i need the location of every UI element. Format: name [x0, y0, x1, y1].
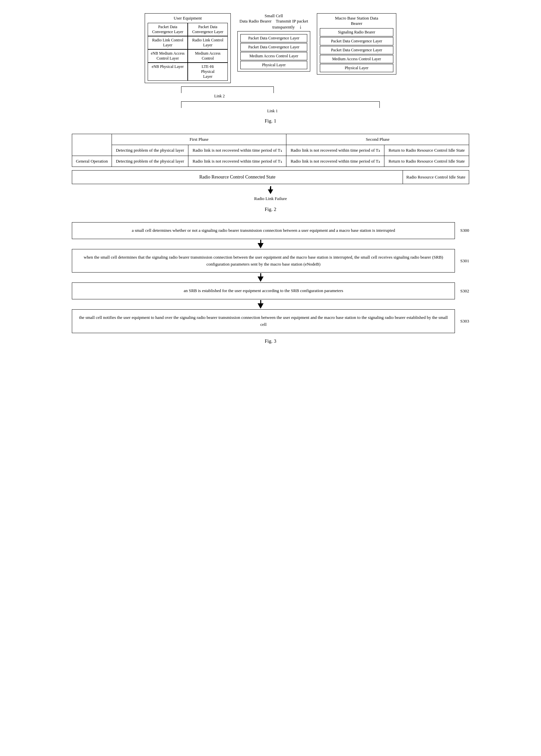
ue-title: User Equipment	[148, 16, 228, 21]
fig3-step-s302: an SRB is established for the user equip…	[72, 283, 469, 299]
fig2-table: First Phase Second Phase Detecting probl…	[72, 134, 469, 167]
fig3-step-s300: a small cell determines whether or not a…	[72, 222, 469, 239]
macro-bearer-label: Bearer	[351, 21, 362, 26]
fig3-s300-label: S300	[460, 228, 469, 233]
sc-mac: Medium Access Control Layer	[241, 52, 307, 60]
sc-pdcp2: Packet Data Convergence Layer	[241, 43, 307, 51]
fig3-s300-box: a small cell determines whether or not a…	[72, 222, 455, 239]
fig2-section: First Phase Second Phase Detecting probl…	[20, 134, 521, 212]
macro-title: Macro Base Station Data Bearer	[320, 16, 393, 26]
fig3-arrow3-head	[258, 303, 264, 309]
fig3-arrow1-head	[258, 243, 264, 248]
fig3-s302-label: S302	[460, 289, 469, 294]
fig2-col5: Return to Radio Resource Control Idle St…	[384, 145, 469, 156]
ue-ltehi-phy: LTE-HiPhysicalLayer	[188, 63, 228, 81]
fig2-col4: Radio link is not recovered within time …	[286, 145, 384, 156]
ue-enb-pdcp: Packet Data Convergence Layer	[148, 23, 188, 36]
links-section: Link 2 Link 1	[122, 86, 419, 113]
fig2-data-row: General Operation Detecting problem of t…	[72, 156, 469, 167]
fig3-section: a small cell determines whether or not a…	[20, 222, 521, 344]
fig2-subheader-row: Detecting problem of the physical layer …	[72, 145, 469, 156]
ue-enb-phy: eNB Physical Layer	[148, 63, 188, 81]
sc-phy: Physical Layer	[241, 61, 307, 69]
fig2-first-phase-header: First Phase	[112, 134, 286, 145]
fig3-arrow1-spacer	[449, 240, 469, 248]
small-cell-wrapper: Small Cell Data Radio Bearer Transmit IP…	[238, 13, 310, 72]
fig2-arrow-shaft-wrapper	[268, 186, 273, 195]
fig2-general-op-cell: General Operation	[72, 156, 112, 167]
fig3-s302-box: an SRB is established for the user equip…	[72, 283, 455, 299]
fig3-s301-box: when the small cell determines that the …	[72, 249, 455, 273]
fig3-arrow3-shaft	[260, 300, 261, 303]
macro-pdcp2: Packet Data Convergence Layer	[320, 46, 393, 54]
fig2-header-row: First Phase Second Phase	[72, 134, 469, 145]
transmit-label: Transmit IP packet	[276, 19, 308, 24]
fig2-caption: Fig. 2	[20, 207, 521, 212]
fig1-caption: Fig. 1	[20, 118, 521, 124]
rrc-connected-label: Radio Resource Control Connected State	[72, 170, 403, 184]
small-cell-header: Small Cell Data Radio Bearer Transmit IP…	[240, 13, 308, 30]
fig2-arrow-down	[268, 189, 273, 194]
fig3-arrow3	[72, 300, 469, 309]
fig2-second-phase-header: Second Phase	[286, 134, 469, 145]
fig2-t2-cell: Radio link is not recovered within time …	[286, 156, 384, 167]
fig3-arrow2-spacer	[449, 273, 469, 282]
small-cell-title: Small Cell	[265, 13, 283, 18]
fig2-arrow-row	[72, 186, 469, 195]
fig2-col2: Detecting problem of the physical layer	[112, 145, 189, 156]
fig3-arrow2	[72, 273, 469, 282]
fig3-caption: Fig. 3	[20, 339, 521, 344]
ue-ltehi-rlc: Radio Link Control Layer	[188, 36, 228, 49]
drb-label: Data Radio Bearer	[240, 19, 271, 24]
fig3-s303-box: the small cell notifies the user equipme…	[72, 309, 455, 333]
ue-pdcp-row: Packet Data Convergence Layer Packet Dat…	[148, 23, 228, 36]
link2-label: Link 2	[214, 94, 225, 99]
ue-phy-row: eNB Physical Layer LTE-HiPhysicalLayer	[148, 63, 228, 81]
macro-phy: Physical Layer	[320, 64, 393, 72]
fig3-arrow2-head	[258, 277, 264, 282]
transparently-label: transparently	[272, 25, 295, 29]
fig3-arrow2-shaft	[260, 273, 261, 277]
fig1-diagram: User Equipment Packet Data Convergence L…	[20, 13, 521, 83]
fig3-arrow3-inner	[72, 300, 449, 309]
fig3-arrow1	[72, 240, 469, 248]
ue-mac-row: eNB Medium Access Control Layer Medium A…	[148, 49, 228, 63]
fig3-arrow1-shaft	[260, 240, 261, 243]
fig3-arrow2-inner	[72, 273, 449, 282]
ue-enb-rlc: Radio Link Control Layer	[148, 36, 188, 49]
fig2-t1-cell: Radio link is not recovered within time …	[189, 156, 286, 167]
sc-pdcp1: Packet Data Convergence Layer	[241, 34, 307, 42]
rrc-idle-label: Radio Resource Control Idle State	[403, 170, 469, 184]
fig3-step-s303: the small cell notifies the user equipme…	[72, 309, 469, 333]
link1-label: Link 1	[267, 109, 278, 114]
fig2-failure-label: Radio Link Failure	[72, 196, 469, 201]
fig2-bottom-row: Radio Resource Control Connected State R…	[72, 170, 469, 184]
link1-bar	[181, 101, 380, 108]
fig3-step-s301: when the small cell determines that the …	[72, 249, 469, 273]
fig2-general-op-header	[72, 134, 112, 156]
ue-ltehi-mac: Medium AccessControl	[188, 49, 228, 63]
fig1-section: User Equipment Packet Data Convergence L…	[20, 13, 521, 124]
fig3-diagram: a small cell determines whether or not a…	[72, 222, 469, 333]
ue-ltehi-pdcp: Packet Data Convergence Layer	[188, 23, 228, 36]
ue-rlc-row: Radio Link Control Layer Radio Link Cont…	[148, 36, 228, 49]
fig2-wrapper: First Phase Second Phase Detecting probl…	[72, 134, 469, 201]
fig2-return-cell: Return to Radio Resource Control Idle St…	[384, 156, 469, 167]
macro-pdcp1: Packet Data Convergence Layer	[320, 37, 393, 45]
macro-mac: Medium Access Control Layer	[320, 55, 393, 63]
fig2-col3: Radio link is not recovered within time …	[189, 145, 286, 156]
fig2-detecting-cell: Detecting problem of the physical layer	[112, 156, 189, 167]
macro-srb: Signaling Radio Bearer	[320, 28, 393, 36]
ue-box: User Equipment Packet Data Convergence L…	[145, 13, 231, 83]
fig3-arrow3-spacer	[449, 300, 469, 309]
small-cell-box: Packet Data Convergence Layer Packet Dat…	[238, 31, 310, 72]
fig2-table-wrapper: First Phase Second Phase Detecting probl…	[72, 134, 469, 167]
fig3-s303-label: S303	[460, 319, 469, 324]
ue-enb-mac: eNB Medium Access Control Layer	[148, 49, 188, 63]
fig3-s301-label: S301	[460, 258, 469, 264]
fig3-arrow1-inner	[72, 240, 449, 248]
arrow-down-small-cell: ↓	[299, 24, 302, 29]
link2-bar	[181, 86, 274, 93]
macro-box: Macro Base Station Data Bearer Signaling…	[317, 13, 396, 75]
